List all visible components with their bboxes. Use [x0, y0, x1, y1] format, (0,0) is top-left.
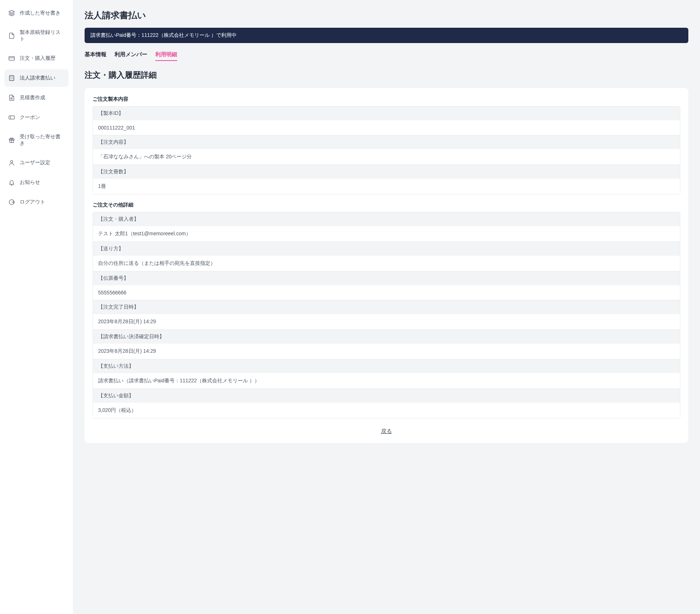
sidebar-item-label: ユーザー設定: [20, 159, 50, 166]
tab-basic-info[interactable]: 基本情報: [85, 49, 106, 61]
row-value: 請求書払い（請求書払いPaid番号：111222（株式会社メモリール ））: [93, 373, 680, 389]
building-icon: [8, 74, 15, 82]
row-value: 自分の住所に送る（または相手の宛先を直接指定）: [93, 256, 680, 271]
sidebar-item-user-settings[interactable]: ユーザー設定: [4, 154, 69, 171]
order-content-heading: ご注文製本内容: [93, 96, 680, 103]
svg-point-20: [11, 161, 13, 163]
back-wrap: 戻る: [93, 428, 680, 435]
table-row: 【製本ID】 000111222_001: [93, 107, 680, 135]
sidebar-item-label: 製本原稿登録リスト: [20, 29, 65, 42]
sidebar-item-order-history[interactable]: 注文・購入履歴: [4, 50, 69, 67]
tab-members[interactable]: 利用メンバー: [114, 49, 147, 61]
page-title: 法人請求書払い: [85, 9, 688, 21]
sidebar-item-label: 見積書作成: [20, 94, 45, 101]
user-icon: [8, 159, 15, 166]
table-row: 【注文完了日時】 2023年8月28日(月) 14:29: [93, 300, 680, 330]
ticket-icon: [8, 114, 15, 121]
svg-rect-1: [9, 57, 15, 61]
svg-line-14: [12, 99, 13, 100]
sidebar: 作成した寄せ書き 製本原稿登録リスト 注文・購入履歴 法人請求書払い 見積書作成: [0, 0, 73, 614]
row-label: 【請求書払い決済確定日時】: [93, 330, 680, 344]
tabs: 基本情報 利用メンバー 利用明細: [85, 49, 688, 61]
sidebar-item-label: 受け取った寄せ書き: [20, 134, 65, 147]
row-label: 【注文内容】: [93, 135, 680, 149]
order-detail-heading: ご注文その他詳細: [93, 202, 680, 208]
row-value: 1冊: [93, 179, 680, 194]
sidebar-item-logout[interactable]: ログアウト: [4, 193, 69, 211]
row-label: 【支払い方法】: [93, 359, 680, 373]
main-content: 法人請求書払い 請求書払いPaid番号：111222（株式会社メモリール ）で利…: [73, 0, 700, 614]
table-row: 【送り方】 自分の住所に送る（または相手の宛先を直接指定）: [93, 242, 680, 271]
file-search-icon: [8, 94, 15, 101]
row-label: 【製本ID】: [93, 107, 680, 120]
back-link[interactable]: 戻る: [381, 428, 392, 434]
table-row: 【伝票番号】 5555566666: [93, 271, 680, 300]
sidebar-item-notifications[interactable]: お知らせ: [4, 174, 69, 191]
sidebar-item-label: 作成した寄せ書き: [20, 10, 61, 16]
svg-rect-15: [9, 116, 15, 119]
sidebar-item-label: 法人請求書払い: [20, 75, 55, 81]
row-label: 【伝票番号】: [93, 271, 680, 285]
layers-icon: [8, 9, 15, 17]
order-content-table: 【製本ID】 000111222_001 【注文内容】 「石津ななみさん」への製…: [93, 106, 680, 194]
bell-icon: [8, 179, 15, 186]
row-label: 【送り方】: [93, 242, 680, 256]
status-banner: 請求書払いPaid番号：111222（株式会社メモリール ）で利用中: [85, 28, 688, 43]
row-value: 2023年8月28日(月) 14:29: [93, 344, 680, 359]
order-detail-table: 【注文・購入者】 テスト 太郎1（test1@memoreeel.com） 【送…: [93, 212, 680, 418]
gift-icon: [8, 136, 15, 144]
row-value: 3,020円（税込）: [93, 403, 680, 418]
credit-card-icon: [8, 55, 15, 62]
detail-card: ご注文製本内容 【製本ID】 000111222_001 【注文内容】 「石津な…: [85, 88, 688, 443]
logout-icon: [8, 198, 15, 206]
sidebar-item-label: 注文・購入履歴: [20, 55, 55, 62]
tab-usage-details[interactable]: 利用明細: [155, 49, 177, 61]
table-row: 【請求書払い決済確定日時】 2023年8月28日(月) 14:29: [93, 330, 680, 359]
row-value: テスト 太郎1（test1@memoreeel.com）: [93, 226, 680, 242]
sidebar-item-binding-list[interactable]: 製本原稿登録リスト: [4, 24, 69, 47]
table-row: 【注文内容】 「石津ななみさん」への製本 20ページ分: [93, 135, 680, 165]
sidebar-item-corporate-invoice[interactable]: 法人請求書払い: [4, 69, 69, 87]
section-title: 注文・購入履歴詳細: [85, 70, 688, 81]
table-row: 【支払い方法】 請求書払い（請求書払いPaid番号：111222（株式会社メモリ…: [93, 359, 680, 389]
sidebar-item-label: お知らせ: [20, 179, 40, 186]
sidebar-item-label: ログアウト: [20, 199, 45, 205]
svg-marker-0: [9, 11, 15, 13]
row-label: 【注文冊数】: [93, 165, 680, 179]
row-label: 【支払い金額】: [93, 389, 680, 403]
file-icon: [8, 32, 15, 39]
sidebar-item-quotation[interactable]: 見積書作成: [4, 89, 69, 107]
table-row: 【支払い金額】 3,020円（税込）: [93, 389, 680, 418]
row-value: 000111222_001: [93, 120, 680, 135]
sidebar-item-coupon[interactable]: クーポン: [4, 109, 69, 126]
row-value: 5555566666: [93, 285, 680, 300]
row-label: 【注文完了日時】: [93, 300, 680, 314]
table-row: 【注文冊数】 1冊: [93, 165, 680, 194]
row-value: 2023年8月28日(月) 14:29: [93, 314, 680, 329]
sidebar-item-received-yosegaki[interactable]: 受け取った寄せ書き: [4, 128, 69, 152]
sidebar-item-label: クーポン: [20, 114, 40, 121]
sidebar-item-created-yosegaki[interactable]: 作成した寄せ書き: [4, 4, 69, 22]
row-label: 【注文・購入者】: [93, 212, 680, 226]
table-row: 【注文・購入者】 テスト 太郎1（test1@memoreeel.com）: [93, 212, 680, 242]
row-value: 「石津ななみさん」への製本 20ページ分: [93, 149, 680, 165]
